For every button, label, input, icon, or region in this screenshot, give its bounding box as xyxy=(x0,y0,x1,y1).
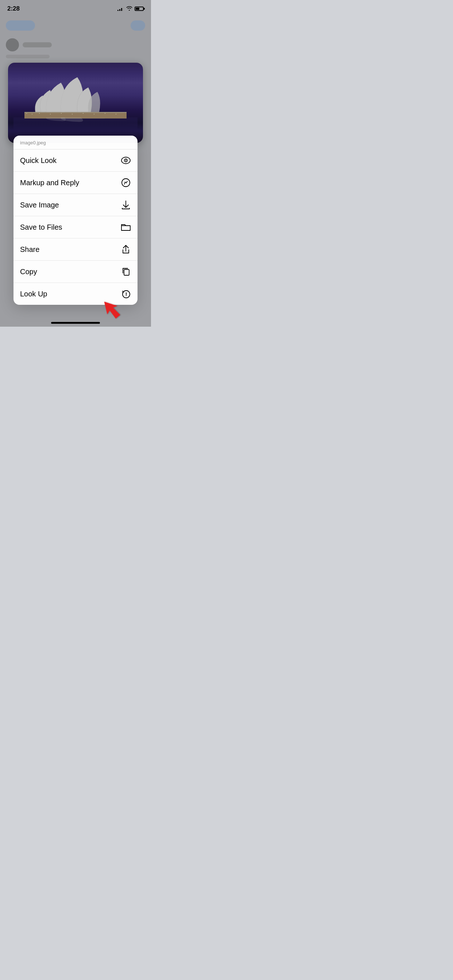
markup-icon xyxy=(121,178,131,188)
menu-item-quick-look[interactable]: Quick Look xyxy=(13,150,137,172)
markup-reply-label: Markup and Reply xyxy=(20,179,79,187)
copy-label: Copy xyxy=(20,267,37,276)
menu-item-copy[interactable]: Copy xyxy=(13,261,137,283)
look-up-label: Look Up xyxy=(20,290,48,298)
svg-marker-22 xyxy=(102,297,123,320)
context-menu: image0.jpeg Quick Look Markup and Reply … xyxy=(13,135,137,305)
svg-rect-19 xyxy=(124,269,129,275)
share-icon xyxy=(121,244,131,255)
context-menu-filename: image0.jpeg xyxy=(13,135,137,150)
save-image-label: Save Image xyxy=(20,201,59,209)
share-label: Share xyxy=(20,245,39,254)
menu-item-save-files[interactable]: Save to Files xyxy=(13,216,137,239)
svg-point-18 xyxy=(124,184,125,185)
eye-icon xyxy=(121,155,131,165)
menu-item-share[interactable]: Share xyxy=(13,239,137,261)
download-icon xyxy=(121,200,131,210)
svg-point-16 xyxy=(126,160,126,161)
folder-icon xyxy=(121,222,131,232)
home-indicator xyxy=(51,322,100,324)
red-arrow xyxy=(102,290,131,320)
menu-item-save-image[interactable]: Save Image xyxy=(13,194,137,216)
menu-item-markup-reply[interactable]: Markup and Reply xyxy=(13,172,137,194)
save-files-label: Save to Files xyxy=(20,223,62,232)
quick-look-label: Quick Look xyxy=(20,156,57,165)
copy-icon xyxy=(121,267,131,277)
